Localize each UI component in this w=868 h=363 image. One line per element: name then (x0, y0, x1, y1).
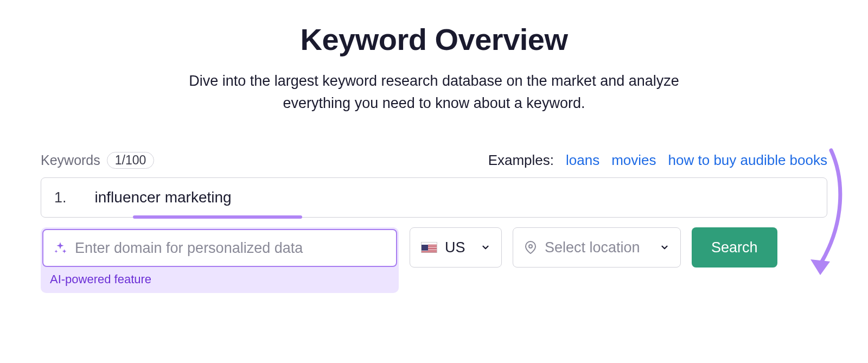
svg-rect-4 (422, 251, 437, 252)
page-subtitle: Dive into the largest keyword research d… (168, 70, 700, 114)
example-link-audible[interactable]: how to buy audible books (668, 152, 827, 169)
domain-input[interactable] (75, 240, 386, 257)
domain-input-wrap[interactable] (42, 229, 397, 267)
chevron-down-icon (660, 243, 669, 252)
ai-caption: AI-powered feature (42, 267, 397, 288)
location-placeholder: Select location (545, 239, 640, 256)
country-code: US (445, 239, 465, 256)
keywords-count-pill: 1/100 (107, 152, 155, 169)
examples-label: Examples: (488, 152, 554, 169)
us-flag-icon (421, 242, 437, 253)
keyword-highlight-underline (133, 215, 302, 219)
svg-point-8 (529, 245, 532, 248)
page-title: Keyword Overview (41, 22, 827, 57)
svg-rect-7 (422, 245, 428, 251)
search-button[interactable]: Search (692, 227, 777, 268)
location-select[interactable]: Select location (513, 227, 681, 268)
controls-row: AI-powered feature US Select location (41, 227, 827, 293)
example-link-loans[interactable]: loans (566, 152, 599, 169)
country-select[interactable]: US (410, 227, 502, 268)
keywords-label: Keywords (41, 152, 100, 168)
chevron-down-icon (481, 243, 490, 252)
keywords-meta-row: Keywords 1/100 Examples: loans movies ho… (41, 152, 827, 169)
examples-group: Examples: loans movies how to buy audibl… (488, 152, 827, 169)
keywords-label-group: Keywords 1/100 (41, 152, 154, 169)
keyword-input[interactable] (95, 189, 814, 206)
svg-rect-5 (422, 252, 437, 253)
ai-domain-block: AI-powered feature (41, 227, 399, 293)
example-link-movies[interactable]: movies (611, 152, 656, 169)
sparkle-icon (53, 241, 67, 255)
location-pin-icon (524, 241, 537, 254)
keyword-input-row[interactable]: 1. (41, 177, 827, 218)
keyword-index: 1. (54, 189, 67, 206)
